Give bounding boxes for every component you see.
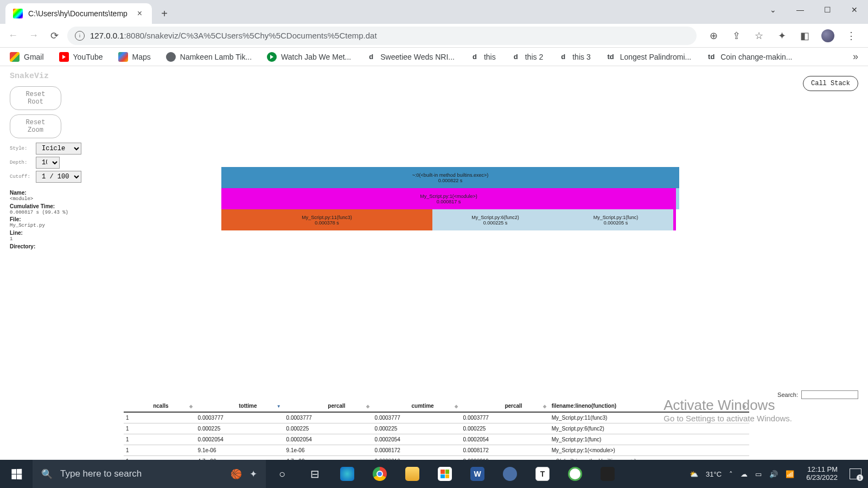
- profile-avatar[interactable]: [821, 29, 834, 42]
- notifications-icon[interactable]: [850, 468, 861, 479]
- clock[interactable]: 12:11 PM6/23/2022: [802, 466, 842, 482]
- browser-tab[interactable]: C:\Users\hy\Documents\temp ×: [5, 3, 152, 24]
- bookmark-item[interactable]: Watch Jab We Met...: [267, 52, 351, 62]
- onedrive-icon[interactable]: ☁: [741, 470, 748, 478]
- table-row[interactable]: 10.0002250.0002250.0002250.000225My_Scri…: [124, 423, 749, 434]
- column-header[interactable]: tottime▼: [196, 400, 284, 412]
- icicle-cell[interactable]: [676, 188, 679, 209]
- search-input[interactable]: [801, 390, 858, 399]
- page-content: SnakeViz Call Stack Reset Root Reset Zoo…: [0, 66, 868, 255]
- share-icon[interactable]: ⇪: [730, 30, 742, 42]
- column-header[interactable]: percall◆: [461, 400, 550, 412]
- chrome-icon[interactable]: [363, 460, 396, 488]
- maximize-icon[interactable]: ☐: [814, 0, 841, 20]
- call-stack-button[interactable]: Call Stack: [803, 76, 858, 91]
- store-icon[interactable]: [429, 460, 461, 488]
- bookmark-label: Namkeen Lamb Tik...: [180, 53, 252, 61]
- taskbar-search[interactable]: 🔍 Type here to search 🏀 ✦: [33, 460, 266, 488]
- bookmark-item[interactable]: Namkeen Lamb Tik...: [166, 52, 252, 62]
- bookmark-item[interactable]: dthis: [470, 52, 496, 62]
- sort-icon: ◆: [543, 404, 546, 409]
- bookmark-item[interactable]: Maps: [118, 52, 151, 62]
- weather-icon[interactable]: ⛅: [690, 470, 698, 478]
- depth-select[interactable]: 10: [36, 157, 60, 169]
- tab-bar: C:\Users\hy\Documents\temp × + ⌄ — ☐ ✕: [0, 0, 868, 24]
- sidepanel-icon[interactable]: ◧: [799, 30, 810, 42]
- column-header[interactable]: cumtime◆: [373, 400, 461, 412]
- tab-close-icon[interactable]: ×: [135, 9, 144, 18]
- icicle-cell[interactable]: My_Script.py:1(<module>)0.000817 s: [221, 188, 676, 209]
- column-header[interactable]: percall◆: [284, 400, 373, 412]
- reset-root-button[interactable]: Reset Root: [10, 86, 61, 110]
- word-icon[interactable]: W: [461, 460, 494, 488]
- temperature[interactable]: 31°C: [706, 470, 722, 478]
- wifi-icon[interactable]: 📶: [786, 470, 794, 478]
- bookmark-item[interactable]: tdLongest Palindromi...: [606, 52, 692, 62]
- search-basketball-icon: 🏀: [231, 468, 242, 480]
- site-info-icon[interactable]: i: [75, 31, 85, 41]
- icicle-chart[interactable]: ~:0(<built-in method builtins.exec>)0.00…: [221, 167, 679, 230]
- app-circle-icon[interactable]: [494, 460, 526, 488]
- bookmark-label: Maps: [132, 53, 151, 61]
- toolbar-right: ⊕ ⇪ ☆ ✦ ◧ ⋮: [702, 29, 863, 42]
- text-app-icon[interactable]: T: [526, 460, 559, 488]
- style-select[interactable]: Icicle: [36, 143, 81, 155]
- icicle-cell[interactable]: [673, 209, 676, 230]
- bookmark-icon: d: [470, 52, 480, 62]
- icicle-cell[interactable]: ~:0(<built-in method builtins.exec>)0.00…: [221, 167, 679, 188]
- bookmarks-bar: GmailYouTubeMapsNamkeen Lamb Tik...Watch…: [0, 48, 868, 66]
- bookmark-item[interactable]: dthis 2: [511, 52, 543, 62]
- search-sparkle-icon: ✦: [250, 468, 257, 480]
- tab-favicon: [13, 9, 23, 18]
- close-window-icon[interactable]: ✕: [841, 0, 868, 20]
- back-button[interactable]: ←: [5, 28, 21, 43]
- bookmark-item[interactable]: dSweetiee Weds NRI...: [366, 52, 455, 62]
- tray-chevron-icon[interactable]: ˄: [729, 470, 733, 478]
- table-row[interactable]: 10.00020540.00020540.00020540.0002054My_…: [124, 434, 749, 445]
- icicle-cell[interactable]: My_Script.py:11(func3)0.000378 s: [221, 209, 432, 230]
- tab-title: C:\Users\hy\Documents\temp: [28, 9, 130, 18]
- table-row[interactable]: 10.00037770.00037770.00037770.0003777My_…: [124, 412, 749, 423]
- table-row[interactable]: 19.1e-069.1e-060.00081720.0008172My_Scri…: [124, 445, 749, 456]
- star-icon[interactable]: ☆: [753, 30, 765, 42]
- bookmark-label: Gmail: [24, 53, 44, 61]
- forward-button[interactable]: →: [26, 28, 41, 43]
- icicle-cell[interactable]: My_Script.py:6(func2)0.000225 s: [432, 209, 558, 230]
- sort-icon: ◆: [366, 404, 369, 409]
- url-text: 127.0.0.1:8080/snakeviz/C%3A%5CUsers%5Ch…: [90, 31, 377, 40]
- cortana-icon[interactable]: ○: [266, 460, 298, 488]
- bookmark-label: YouTube: [73, 53, 103, 61]
- reset-zoom-button[interactable]: Reset Zoom: [10, 114, 61, 138]
- column-header[interactable]: ncalls◆: [124, 400, 196, 412]
- url-field[interactable]: i 127.0.0.1:8080/snakeviz/C%3A%5CUsers%5…: [67, 27, 697, 45]
- bookmarks-overflow-icon[interactable]: »: [853, 51, 858, 62]
- menu-icon[interactable]: ⋮: [845, 30, 857, 42]
- extensions-icon[interactable]: ✦: [776, 30, 788, 42]
- windows-logo-icon: [11, 468, 22, 479]
- explorer-icon[interactable]: [396, 460, 429, 488]
- bookmark-label: this 2: [525, 53, 543, 61]
- terminal-icon[interactable]: [591, 460, 624, 488]
- volume-icon[interactable]: 🔊: [769, 470, 778, 478]
- bookmark-label: Sweetiee Weds NRI...: [380, 53, 455, 61]
- green-circle-icon[interactable]: [559, 460, 591, 488]
- depth-label: Depth:: [10, 160, 33, 165]
- task-view-icon[interactable]: ⊟: [298, 460, 331, 488]
- reload-button[interactable]: ⟳: [47, 28, 62, 43]
- style-label: Style:: [10, 146, 33, 151]
- zoom-icon[interactable]: ⊕: [707, 30, 719, 42]
- icicle-cell[interactable]: My_Script.py:1(func)0.000205 s: [558, 209, 673, 230]
- new-tab-button[interactable]: +: [156, 5, 173, 22]
- cutoff-select[interactable]: 1 / 1000: [36, 171, 81, 183]
- bookmark-item[interactable]: dthis 3: [558, 52, 590, 62]
- tab-search-icon[interactable]: ⌄: [760, 0, 787, 20]
- battery-icon[interactable]: ▭: [755, 470, 762, 478]
- minimize-icon[interactable]: —: [787, 0, 814, 20]
- bookmark-item[interactable]: YouTube: [59, 52, 103, 62]
- edge-icon[interactable]: [331, 460, 363, 488]
- search-icon: 🔍: [41, 468, 53, 480]
- bookmark-icon: td: [706, 52, 716, 62]
- start-button[interactable]: [0, 460, 33, 488]
- bookmark-item[interactable]: Gmail: [10, 52, 44, 62]
- bookmark-item[interactable]: tdCoin change-makin...: [706, 52, 792, 62]
